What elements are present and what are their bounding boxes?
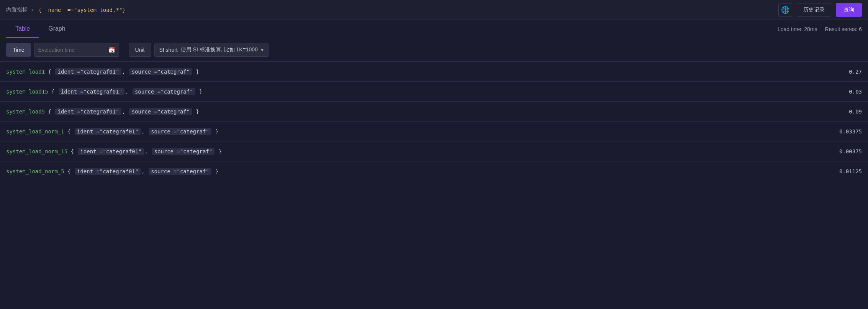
- breadcrumb-separator: >: [31, 7, 34, 13]
- metric-value: 0.27: [849, 69, 862, 75]
- table-row: system_load_norm_5 { ident ="categraf01"…: [0, 161, 868, 181]
- chevron-down-icon: ▾: [261, 47, 264, 53]
- label-pair: { ident ="categraf01", source ="categraf…: [64, 128, 219, 135]
- unit-description: 使用 SI 标准换算, 比如 1K=1000: [181, 46, 258, 53]
- unit-label: Unit: [129, 43, 151, 57]
- label-pair: { ident ="categraf01", source ="categraf…: [67, 148, 222, 154]
- calendar-icon: 📅: [108, 47, 115, 53]
- top-bar: 内置指标 > 🌐 历史记录 查询: [0, 0, 868, 20]
- query-input[interactable]: [38, 7, 774, 13]
- table-row: system_load_norm_15 { ident ="categraf01…: [0, 141, 868, 161]
- result-series: Result series: 6: [825, 26, 862, 32]
- table-row: system_load15 { ident ="categraf01", sou…: [0, 82, 868, 102]
- metric-value: 0.00375: [839, 148, 862, 154]
- tabs-area: Table Graph Load time: 28ms Result serie…: [0, 20, 868, 38]
- time-button[interactable]: Time: [6, 43, 31, 57]
- breadcrumb: 内置指标 >: [6, 7, 34, 13]
- tab-meta: Load time: 28ms Result series: 6: [778, 26, 862, 32]
- unit-value: SI short: [159, 47, 178, 53]
- metric-value: 0.09: [849, 108, 862, 115]
- eval-time-input[interactable]: [38, 47, 105, 53]
- tab-table[interactable]: Table: [6, 21, 39, 38]
- unit-dropdown[interactable]: SI short 使用 SI 标准换算, 比如 1K=1000 ▾: [154, 43, 269, 57]
- globe-button[interactable]: 🌐: [778, 3, 792, 17]
- metric-name: system_load_norm_15: [6, 148, 67, 154]
- controls-bar: Time 📅 Unit SI short 使用 SI 标准换算, 比如 1K=1…: [0, 38, 868, 62]
- breadcrumb-label: 内置指标: [6, 7, 28, 13]
- tab-graph[interactable]: Graph: [39, 21, 74, 38]
- metric-value: 0.03375: [839, 128, 862, 135]
- label-pair: { ident ="categraf01", source ="categraf…: [45, 69, 199, 75]
- table-row: system_load1 { ident ="categraf01", sour…: [0, 62, 868, 82]
- separator: [124, 45, 124, 54]
- eval-time-container[interactable]: 📅: [34, 43, 119, 57]
- globe-icon: 🌐: [781, 6, 789, 14]
- metric-name: system_load1: [6, 69, 45, 75]
- data-table: system_load1 { ident ="categraf01", sour…: [0, 62, 868, 181]
- load-time: Load time: 28ms: [778, 26, 817, 32]
- label-pair: { ident ="categraf01", source ="categraf…: [48, 89, 203, 95]
- metric-value: 0.01125: [839, 168, 862, 174]
- top-bar-right: 🌐 历史记录 查询: [778, 3, 862, 17]
- table-row: system_load_norm_1 { ident ="categraf01"…: [0, 122, 868, 141]
- metric-name: system_load_norm_1: [6, 128, 64, 135]
- metric-name: system_load_norm_5: [6, 168, 64, 174]
- tabs: Table Graph: [6, 21, 75, 38]
- metric-name: system_load5: [6, 108, 45, 115]
- metric-value: 0.03: [849, 89, 862, 95]
- history-button[interactable]: 历史记录: [797, 3, 831, 17]
- label-pair: { ident ="categraf01", source ="categraf…: [64, 168, 219, 174]
- table-row: system_load5 { ident ="categraf01", sour…: [0, 102, 868, 122]
- query-button[interactable]: 查询: [836, 3, 862, 17]
- metric-name: system_load15: [6, 89, 48, 95]
- label-pair: { ident ="categraf01", source ="categraf…: [45, 108, 199, 115]
